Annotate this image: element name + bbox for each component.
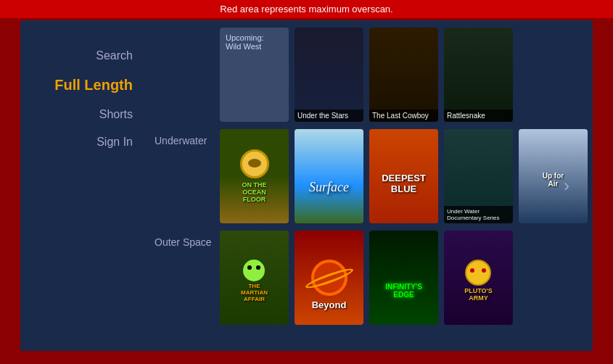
poster-pluto-army: PLUTO'SARMY bbox=[444, 231, 513, 325]
overscan-bar: Red area represents maximum overscan. bbox=[0, 0, 613, 18]
movie-surface[interactable]: Surface bbox=[295, 129, 363, 223]
movie-deepest-blue[interactable]: DEEPESTBLUE bbox=[369, 129, 438, 223]
movie-last-cowboy[interactable]: The Last Cowboy bbox=[369, 28, 438, 122]
title-under-stars: Under the Stars bbox=[295, 109, 363, 122]
movie-ocean-floor[interactable]: ON THEOCEANFLOOR bbox=[220, 129, 289, 223]
wild-west-movies: Upcoming: Wild West Under the Stars The … bbox=[220, 28, 585, 122]
sidebar-item-search[interactable]: Search bbox=[96, 49, 133, 62]
movie-under-the-stars[interactable]: Under the Stars bbox=[295, 28, 363, 122]
movie-infinity-edge[interactable]: INFINITY'SEDGE bbox=[369, 231, 438, 325]
poster-ocean-floor: ON THEOCEANFLOOR bbox=[220, 129, 289, 223]
sidebar: Search Full Length Shorts Sign In bbox=[20, 20, 147, 351]
poster-up-for-air: Up forAir bbox=[519, 129, 588, 223]
wild-west-label bbox=[155, 28, 220, 33]
sidebar-item-full-length[interactable]: Full Length bbox=[54, 77, 133, 94]
title-rattlesnake: Rattlesnake bbox=[444, 109, 513, 122]
poster-martian-affair: THEMARTIANAFFAIR bbox=[220, 231, 289, 325]
underwater-movies: ON THEOCEANFLOOR Surface DEEPESTBLUE bbox=[220, 129, 588, 223]
content-area: Upcoming: Wild West Under the Stars The … bbox=[147, 20, 593, 351]
title-last-cowboy: The Last Cowboy bbox=[369, 109, 438, 122]
poster-last-cowboy bbox=[369, 28, 438, 122]
poster-infinity-edge: INFINITY'SEDGE bbox=[369, 231, 438, 325]
movie-martian-affair[interactable]: THEMARTIANAFFAIR bbox=[220, 231, 289, 325]
poster-under-stars bbox=[295, 28, 363, 122]
sidebar-item-sign-in[interactable]: Sign In bbox=[96, 136, 133, 149]
movie-beyond[interactable]: Beyond bbox=[295, 231, 363, 325]
poster-rattlesnake bbox=[444, 28, 513, 122]
wild-west-row: Upcoming: Wild West Under the Stars The … bbox=[155, 28, 585, 122]
poster-surface: Surface bbox=[295, 129, 363, 223]
outer-space-label: Outer Space bbox=[155, 231, 220, 248]
scroll-right-hint[interactable]: › bbox=[564, 175, 569, 196]
featured-label: Upcoming: bbox=[226, 33, 264, 42]
outer-space-movies: THEMARTIANAFFAIR Beyond bbox=[220, 231, 585, 325]
sidebar-item-shorts[interactable]: Shorts bbox=[99, 108, 133, 121]
outer-space-row: Outer Space THEMARTIANAFFAIR bbox=[155, 231, 585, 325]
movie-rattlesnake[interactable]: Rattlesnake bbox=[444, 28, 513, 122]
main-container: Search Full Length Shorts Sign In Upcomi… bbox=[20, 20, 593, 351]
featured-subtitle: Wild West bbox=[226, 42, 261, 51]
underwater-label: Underwater bbox=[155, 129, 220, 146]
movie-pluto-army[interactable]: PLUTO'SARMY bbox=[444, 231, 513, 325]
movie-underwater-doc[interactable]: Under Water Documentary Series bbox=[444, 129, 513, 223]
poster-deepest-blue: DEEPESTBLUE bbox=[369, 129, 438, 223]
poster-beyond: Beyond bbox=[295, 231, 363, 325]
underwater-row: Underwater ON THEOCEANFLOOR bbox=[155, 129, 585, 223]
movie-up-for-air[interactable]: Up forAir bbox=[519, 129, 588, 223]
featured-card-wild-west[interactable]: Upcoming: Wild West bbox=[220, 28, 289, 122]
title-underwater-doc: Under Water Documentary Series bbox=[444, 206, 513, 223]
